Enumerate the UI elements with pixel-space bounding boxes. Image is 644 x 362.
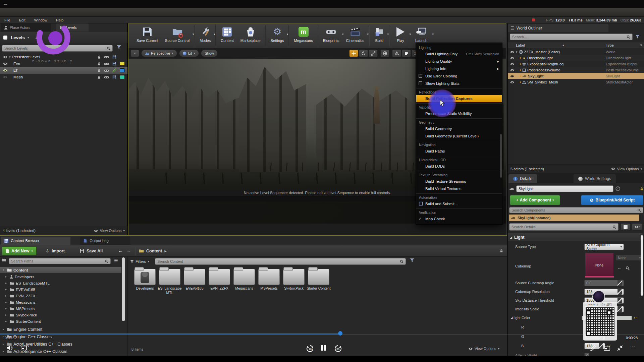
tree-startercontent[interactable]: ▸ StarterContent [0, 318, 121, 324]
collapse-triangle-icon[interactable]: ◢ [508, 316, 513, 319]
value-slider-icon[interactable] [618, 306, 622, 312]
checkbox[interactable] [419, 81, 422, 85]
checkbox[interactable] [419, 74, 422, 78]
lock-icon[interactable] [98, 55, 101, 59]
value-slider-icon[interactable] [618, 280, 622, 286]
lit-button[interactable]: Lit▾ [179, 50, 199, 57]
eye-icon[interactable] [3, 69, 8, 72]
gamepad-icon[interactable] [104, 62, 109, 65]
menu-item-lighting-quality[interactable]: Lighting Quality▶ [416, 58, 502, 65]
value-slider-icon[interactable] [599, 343, 603, 349]
save-level-icon[interactable] [112, 62, 116, 66]
scale-tool-button[interactable] [369, 50, 378, 57]
menu-item-build-geometry-current-level[interactable]: Build Geometry (Current Level) [416, 132, 502, 140]
lock-icon[interactable] [98, 62, 101, 66]
blueprints-button[interactable]: Blueprints▾ [320, 25, 343, 43]
edit-level-icon[interactable] [112, 68, 116, 72]
world-outliner-header[interactable]: ☰World Outliner [508, 24, 608, 32]
video-progress-bar[interactable] [0, 334, 340, 335]
level-color-chip[interactable] [120, 62, 125, 66]
folder-starter-content[interactable]: Starter Content [307, 269, 331, 291]
sources-list-icon[interactable]: ☰ [114, 258, 118, 263]
tree-skyboxpack[interactable]: ▸ SkyboxPack [0, 312, 121, 318]
tab-content-browser[interactable]: Content Browser [1, 237, 70, 245]
blueprint-add-script-button[interactable]: ⚙Blueprint/Add Script [581, 195, 643, 205]
eye-icon[interactable] [510, 63, 515, 66]
clear-icon[interactable] [615, 186, 620, 191]
section-light-header[interactable]: ◢ Light [508, 233, 643, 241]
level-row-mesh[interactable]: Mesh [0, 74, 127, 80]
add-new-button[interactable]: Add New▾ [2, 246, 37, 255]
tree-developers[interactable]: ▸ Developers [0, 274, 121, 280]
search-components-input[interactable]: Search Components [509, 207, 643, 213]
actor-name-input[interactable]: SkyLight [516, 185, 613, 192]
play-button[interactable]: Play▾ [391, 25, 410, 43]
outliner-row-skybox-mesh[interactable]: SM_Skybox_MeshStaticMeshActor [508, 79, 644, 85]
eye-icon[interactable] [510, 75, 515, 78]
search-paths-input[interactable]: Search Paths [9, 258, 111, 264]
forward-30-button[interactable]: 30 [334, 345, 342, 353]
details-scrollbar[interactable] [641, 235, 643, 296]
save-all-button[interactable]: Save All [80, 246, 103, 255]
eye-closed-icon[interactable] [3, 75, 8, 79]
tab-world-settings[interactable]: World Settings [574, 174, 616, 183]
menu-item-show-lighting-stats[interactable]: Show Lighting Stats [416, 80, 502, 87]
angle-input[interactable]: 0.0 [584, 280, 624, 286]
value-slider-icon[interactable] [618, 289, 622, 295]
menu-item-use-error-coloring[interactable]: Use Error Coloring [416, 72, 502, 80]
menu-item-map-check[interactable]: ✓Map Check [416, 215, 502, 223]
save-level-icon[interactable] [112, 55, 116, 59]
details-eye-button[interactable]: ▾ [632, 223, 642, 231]
menu-item-build-paths[interactable]: Build Paths [416, 147, 502, 155]
levels-view-options[interactable]: View Options▾ [94, 229, 125, 233]
tree-es-landscapemtl[interactable]: ▸ ES_LandscapeMTL [0, 280, 121, 286]
tree-megascans[interactable]: ▸ Megascans [0, 299, 121, 305]
pause-button[interactable] [321, 345, 323, 351]
menu-edit[interactable]: Edit [15, 17, 30, 23]
outliner-column-headers[interactable]: Label ▲ Type ▼ [508, 42, 644, 48]
eye-icon[interactable] [3, 55, 8, 59]
outliner-row-directional-light[interactable]: DirectionalLightDirectionalLight [508, 55, 644, 61]
back-nav-icon[interactable]: ← [118, 248, 123, 253]
show-button[interactable]: Show [201, 50, 218, 57]
menu-item-precompute-static-visibility[interactable]: Precompute Static Visibility [416, 110, 502, 117]
expand-caret-icon[interactable]: ▾ [9, 55, 11, 59]
menu-item-build-geometry[interactable]: Build Geometry [416, 125, 502, 132]
expand-caret-icon[interactable]: ▾ [516, 50, 518, 54]
lock-icon[interactable] [98, 69, 101, 72]
move-tool-button[interactable] [349, 50, 358, 57]
video-progress-knob[interactable] [338, 331, 342, 336]
content-filter-icon[interactable] [410, 258, 414, 262]
menu-item-build-lods[interactable]: Build LODs [416, 163, 502, 170]
collapse-sources-icon[interactable] [2, 258, 6, 262]
outliner-row-world[interactable]: ▾ ZZFX_Master (Editor)World [508, 49, 644, 55]
save-current-button[interactable]: Save Current [133, 25, 162, 43]
use-selected-arrow-icon[interactable]: ← [617, 265, 622, 270]
source-control-button[interactable]: Source Control▾ [162, 25, 193, 43]
viewport-options-button[interactable]: ▾ [130, 50, 139, 57]
modes-button[interactable]: Modes▾ [196, 25, 214, 43]
cinematics-button[interactable]: Cinematics▾ [343, 25, 368, 43]
settings-button[interactable]: ⚙ Settings▾ [267, 25, 287, 43]
menu-item-build-and-submit[interactable]: Build and Submit... [416, 200, 502, 207]
launch-button[interactable]: Launch▾ [410, 25, 433, 43]
add-level-filter-icon[interactable] [117, 45, 121, 49]
lock-icon[interactable] [98, 75, 101, 79]
component-skylight-instance[interactable]: SkyLight(Instance) [509, 215, 639, 221]
outliner-filter-icon[interactable] [635, 35, 640, 39]
gamepad-icon[interactable] [104, 76, 109, 79]
folder-megascans[interactable]: Megascans [232, 269, 256, 291]
folder-evn-zzfx[interactable]: EVN_ZZFX [207, 269, 231, 291]
world-local-toggle[interactable] [380, 50, 389, 57]
folder-developers[interactable]: Developers [133, 269, 157, 291]
subtitle-icon[interactable] [21, 346, 27, 350]
cubemap-thumbnail[interactable]: None [585, 253, 614, 278]
folder-es-landscape-mtl[interactable]: ES_Landscape MTL [158, 269, 182, 295]
gamepad-icon[interactable] [104, 69, 109, 72]
shrink-icon[interactable] [617, 345, 623, 351]
back-arrow-icon[interactable]: ← [3, 1, 8, 6]
tree-actorsequence[interactable]: ▸ ActorSequence C++ Classes [0, 348, 121, 355]
level-row-lt-selected[interactable]: LT [0, 67, 127, 74]
more-options-icon[interactable]: … [630, 343, 636, 349]
lock-icon[interactable] [500, 249, 503, 253]
